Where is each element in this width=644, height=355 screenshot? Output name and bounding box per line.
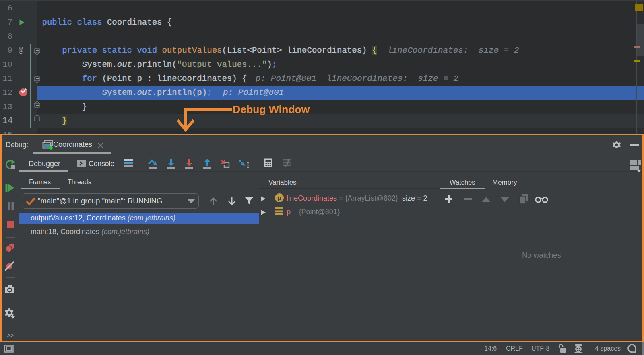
svg-text:p: p	[277, 195, 281, 201]
